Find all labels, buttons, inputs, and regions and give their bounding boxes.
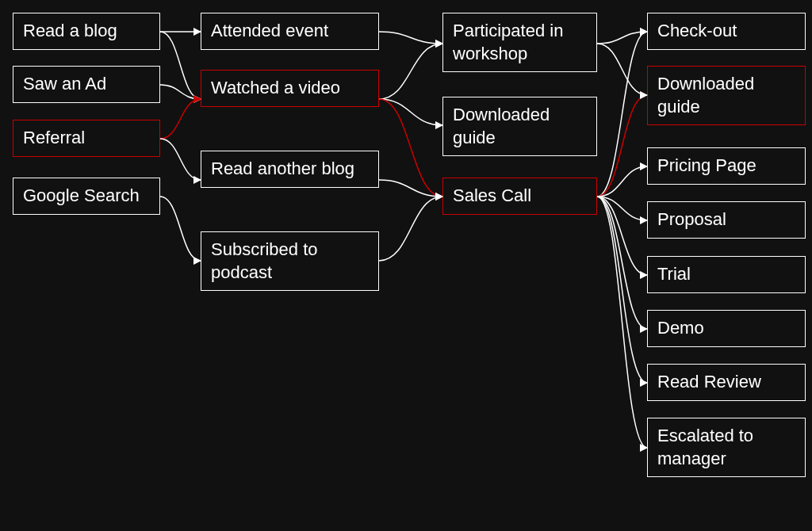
node-label: Read Review: [657, 372, 761, 392]
node-demo: Demo: [647, 310, 806, 347]
node-referral: Referral: [13, 120, 160, 157]
node-pricing-page: Pricing Page: [647, 147, 806, 185]
node-escalated: Escalated to manager: [647, 418, 806, 477]
node-label: Participated in workshop: [453, 21, 563, 63]
edge-subscribed-sales-call: [379, 197, 442, 261]
node-downloaded-guide2: Downloaded guide: [647, 66, 806, 125]
node-google-search: Google Search: [13, 178, 160, 215]
edge-read-another-sales-call: [379, 180, 442, 197]
node-label: Subscribed to podcast: [211, 239, 318, 282]
edge-sales-call-read-review: [597, 197, 647, 383]
node-saw-ad: Saw an Ad: [13, 66, 160, 103]
node-label: Attended event: [211, 21, 328, 40]
node-proposal: Proposal: [647, 201, 806, 239]
node-label: Pricing Page: [657, 155, 756, 175]
node-read-blog: Read a blog: [13, 13, 160, 50]
node-label: Read a blog: [23, 21, 117, 40]
node-workshop: Participated in workshop: [442, 13, 597, 72]
edge-read-blog-watched-video: [160, 32, 201, 99]
edge-sales-call-trial: [597, 197, 647, 275]
node-label: Check-out: [657, 21, 737, 40]
node-label: Downloaded guide: [657, 74, 754, 117]
node-downloaded-guide: Downloaded guide: [442, 97, 597, 156]
edge-saw-ad-watched-video: [160, 85, 201, 99]
node-label: Google Search: [23, 185, 140, 205]
edge-watched-video-workshop: [379, 44, 442, 99]
edge-sales-call-check-out: [597, 32, 647, 197]
edge-referral-read-another: [160, 139, 201, 180]
node-label: Proposal: [657, 209, 726, 229]
edge-sales-call-proposal: [597, 197, 647, 220]
node-label: Referral: [23, 128, 85, 147]
node-label: Read another blog: [211, 159, 354, 178]
edge-watched-video-downloaded-guide: [379, 99, 442, 125]
edge-sales-call-escalated: [597, 197, 647, 448]
node-subscribed: Subscribed to podcast: [201, 231, 379, 291]
node-label: Sales Call: [453, 185, 531, 205]
node-label: Watched a video: [211, 78, 340, 97]
node-attended-event: Attended event: [201, 13, 379, 50]
node-check-out: Check-out: [647, 13, 806, 50]
node-trial: Trial: [647, 256, 806, 293]
node-watched-video: Watched a video: [201, 70, 379, 107]
node-read-another: Read another blog: [201, 151, 379, 188]
node-label: Trial: [657, 264, 691, 284]
edge-sales-call-pricing-page: [597, 166, 647, 197]
edge-sales-call-demo: [597, 197, 647, 329]
flow-diagram: Read a blog Saw an Ad Referral Google Se…: [0, 0, 812, 531]
node-label: Saw an Ad: [23, 74, 106, 94]
edge-workshop-check-out: [597, 32, 647, 44]
edge-google-search-subscribed: [160, 197, 201, 261]
edge-referral-watched-video: [160, 99, 201, 139]
node-label: Downloaded guide: [453, 105, 550, 147]
node-sales-call: Sales Call: [442, 178, 597, 215]
node-label: Escalated to manager: [657, 426, 753, 468]
edge-watched-video-sales-call: [379, 99, 442, 197]
node-label: Demo: [657, 318, 704, 338]
node-read-review: Read Review: [647, 364, 806, 401]
edge-workshop-downloaded-guide2: [597, 44, 647, 95]
edge-attended-event-workshop: [379, 32, 442, 44]
edge-sales-call-downloaded-guide2: [597, 95, 647, 197]
